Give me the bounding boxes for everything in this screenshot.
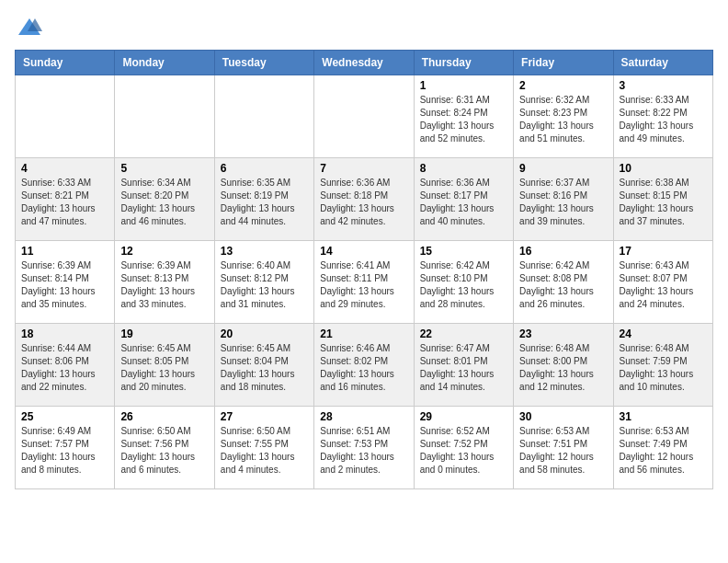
logo-icon xyxy=(17,15,42,40)
header-day-tuesday: Tuesday xyxy=(214,51,313,75)
day-number: 13 xyxy=(221,245,308,258)
day-info: Sunrise: 6:33 AM Sunset: 8:22 PM Dayligh… xyxy=(620,94,707,145)
calendar-cell: 1Sunrise: 6:31 AM Sunset: 8:24 PM Daylig… xyxy=(414,75,513,158)
calendar-cell: 5Sunrise: 6:34 AM Sunset: 8:20 PM Daylig… xyxy=(115,158,214,241)
day-info: Sunrise: 6:53 AM Sunset: 7:49 PM Dayligh… xyxy=(620,425,707,477)
calendar-cell: 30Sunrise: 6:53 AM Sunset: 7:51 PM Dayli… xyxy=(514,407,613,489)
day-number: 27 xyxy=(221,410,308,423)
day-number: 30 xyxy=(519,410,607,423)
day-number: 15 xyxy=(420,245,507,258)
calendar-cell: 28Sunrise: 6:51 AM Sunset: 7:53 PM Dayli… xyxy=(314,407,414,489)
day-number: 7 xyxy=(320,162,407,175)
day-number: 4 xyxy=(21,162,108,175)
day-info: Sunrise: 6:42 AM Sunset: 8:08 PM Dayligh… xyxy=(519,259,607,311)
day-info: Sunrise: 6:39 AM Sunset: 8:14 PM Dayligh… xyxy=(21,259,108,311)
logo xyxy=(15,15,42,40)
day-info: Sunrise: 6:35 AM Sunset: 8:19 PM Dayligh… xyxy=(221,177,308,228)
day-info: Sunrise: 6:43 AM Sunset: 8:07 PM Dayligh… xyxy=(620,259,707,311)
day-info: Sunrise: 6:44 AM Sunset: 8:06 PM Dayligh… xyxy=(21,342,108,394)
day-info: Sunrise: 6:53 AM Sunset: 7:51 PM Dayligh… xyxy=(519,425,607,477)
calendar-cell: 17Sunrise: 6:43 AM Sunset: 8:07 PM Dayli… xyxy=(613,241,712,324)
calendar-cell: 2Sunrise: 6:32 AM Sunset: 8:23 PM Daylig… xyxy=(514,75,613,158)
calendar-cell: 7Sunrise: 6:36 AM Sunset: 8:18 PM Daylig… xyxy=(314,158,414,241)
day-number: 26 xyxy=(120,410,208,423)
calendar-cell: 12Sunrise: 6:39 AM Sunset: 8:13 PM Dayli… xyxy=(115,241,214,324)
day-info: Sunrise: 6:34 AM Sunset: 8:20 PM Dayligh… xyxy=(120,177,208,228)
day-number: 23 xyxy=(519,327,607,340)
day-number: 28 xyxy=(320,410,407,423)
day-number: 9 xyxy=(519,162,607,175)
calendar-table: SundayMondayTuesdayWednesdayThursdayFrid… xyxy=(15,50,713,489)
day-number: 25 xyxy=(21,410,108,423)
day-info: Sunrise: 6:31 AM Sunset: 8:24 PM Dayligh… xyxy=(420,94,507,145)
calendar-cell: 20Sunrise: 6:45 AM Sunset: 8:04 PM Dayli… xyxy=(214,324,313,407)
header-day-monday: Monday xyxy=(115,51,214,75)
calendar-cell: 6Sunrise: 6:35 AM Sunset: 8:19 PM Daylig… xyxy=(214,158,313,241)
day-number: 19 xyxy=(120,327,208,340)
day-info: Sunrise: 6:45 AM Sunset: 8:04 PM Dayligh… xyxy=(221,342,308,394)
day-number: 24 xyxy=(620,327,707,340)
day-number: 17 xyxy=(620,245,707,258)
day-number: 10 xyxy=(620,162,707,175)
day-number: 11 xyxy=(21,245,108,258)
calendar-cell: 13Sunrise: 6:40 AM Sunset: 8:12 PM Dayli… xyxy=(214,241,313,324)
calendar-cell: 18Sunrise: 6:44 AM Sunset: 8:06 PM Dayli… xyxy=(16,324,115,407)
day-number: 6 xyxy=(221,162,308,175)
day-info: Sunrise: 6:40 AM Sunset: 8:12 PM Dayligh… xyxy=(221,259,308,311)
day-info: Sunrise: 6:52 AM Sunset: 7:52 PM Dayligh… xyxy=(420,425,507,477)
week-row-3: 11Sunrise: 6:39 AM Sunset: 8:14 PM Dayli… xyxy=(16,241,713,324)
calendar-cell: 11Sunrise: 6:39 AM Sunset: 8:14 PM Dayli… xyxy=(16,241,115,324)
day-info: Sunrise: 6:42 AM Sunset: 8:10 PM Dayligh… xyxy=(420,259,507,311)
day-number: 3 xyxy=(620,79,707,92)
header-day-wednesday: Wednesday xyxy=(314,51,414,75)
calendar-cell: 25Sunrise: 6:49 AM Sunset: 7:57 PM Dayli… xyxy=(16,407,115,489)
day-info: Sunrise: 6:38 AM Sunset: 8:15 PM Dayligh… xyxy=(620,177,707,228)
calendar-cell xyxy=(16,75,115,158)
calendar-cell xyxy=(115,75,214,158)
day-info: Sunrise: 6:51 AM Sunset: 7:53 PM Dayligh… xyxy=(320,425,407,477)
calendar-cell: 16Sunrise: 6:42 AM Sunset: 8:08 PM Dayli… xyxy=(514,241,613,324)
day-number: 22 xyxy=(420,327,507,340)
day-info: Sunrise: 6:41 AM Sunset: 8:11 PM Dayligh… xyxy=(320,259,407,311)
day-info: Sunrise: 6:37 AM Sunset: 8:16 PM Dayligh… xyxy=(519,177,607,228)
calendar-cell: 15Sunrise: 6:42 AM Sunset: 8:10 PM Dayli… xyxy=(414,241,513,324)
calendar-cell: 19Sunrise: 6:45 AM Sunset: 8:05 PM Dayli… xyxy=(115,324,214,407)
day-info: Sunrise: 6:48 AM Sunset: 8:00 PM Dayligh… xyxy=(519,342,607,394)
week-row-5: 25Sunrise: 6:49 AM Sunset: 7:57 PM Dayli… xyxy=(16,407,713,489)
day-number: 14 xyxy=(320,245,407,258)
calendar-cell: 29Sunrise: 6:52 AM Sunset: 7:52 PM Dayli… xyxy=(414,407,513,489)
calendar-cell: 3Sunrise: 6:33 AM Sunset: 8:22 PM Daylig… xyxy=(613,75,712,158)
day-number: 8 xyxy=(420,162,507,175)
calendar-cell: 27Sunrise: 6:50 AM Sunset: 7:55 PM Dayli… xyxy=(214,407,313,489)
day-number: 16 xyxy=(519,245,607,258)
week-row-1: 1Sunrise: 6:31 AM Sunset: 8:24 PM Daylig… xyxy=(16,75,713,158)
day-number: 31 xyxy=(620,410,707,423)
day-info: Sunrise: 6:39 AM Sunset: 8:13 PM Dayligh… xyxy=(120,259,208,311)
calendar-cell: 24Sunrise: 6:48 AM Sunset: 7:59 PM Dayli… xyxy=(613,324,712,407)
header-day-thursday: Thursday xyxy=(414,51,513,75)
day-info: Sunrise: 6:46 AM Sunset: 8:02 PM Dayligh… xyxy=(320,342,407,394)
day-info: Sunrise: 6:32 AM Sunset: 8:23 PM Dayligh… xyxy=(519,94,607,145)
week-row-2: 4Sunrise: 6:33 AM Sunset: 8:21 PM Daylig… xyxy=(16,158,713,241)
calendar-cell: 9Sunrise: 6:37 AM Sunset: 8:16 PM Daylig… xyxy=(514,158,613,241)
calendar-cell xyxy=(214,75,313,158)
calendar-cell: 10Sunrise: 6:38 AM Sunset: 8:15 PM Dayli… xyxy=(613,158,712,241)
calendar-cell: 23Sunrise: 6:48 AM Sunset: 8:00 PM Dayli… xyxy=(514,324,613,407)
header-day-sunday: Sunday xyxy=(16,51,115,75)
day-info: Sunrise: 6:36 AM Sunset: 8:18 PM Dayligh… xyxy=(320,177,407,228)
day-info: Sunrise: 6:49 AM Sunset: 7:57 PM Dayligh… xyxy=(21,425,108,477)
calendar-cell: 21Sunrise: 6:46 AM Sunset: 8:02 PM Dayli… xyxy=(314,324,414,407)
day-number: 5 xyxy=(120,162,208,175)
calendar-cell: 22Sunrise: 6:47 AM Sunset: 8:01 PM Dayli… xyxy=(414,324,513,407)
day-number: 2 xyxy=(519,79,607,92)
day-info: Sunrise: 6:50 AM Sunset: 7:55 PM Dayligh… xyxy=(221,425,308,477)
day-info: Sunrise: 6:50 AM Sunset: 7:56 PM Dayligh… xyxy=(120,425,208,477)
week-row-4: 18Sunrise: 6:44 AM Sunset: 8:06 PM Dayli… xyxy=(16,324,713,407)
calendar-cell: 26Sunrise: 6:50 AM Sunset: 7:56 PM Dayli… xyxy=(115,407,214,489)
calendar-cell: 4Sunrise: 6:33 AM Sunset: 8:21 PM Daylig… xyxy=(16,158,115,241)
day-info: Sunrise: 6:33 AM Sunset: 8:21 PM Dayligh… xyxy=(21,177,108,228)
calendar-cell: 8Sunrise: 6:36 AM Sunset: 8:17 PM Daylig… xyxy=(414,158,513,241)
day-number: 18 xyxy=(21,327,108,340)
day-info: Sunrise: 6:48 AM Sunset: 7:59 PM Dayligh… xyxy=(620,342,707,394)
calendar-cell: 14Sunrise: 6:41 AM Sunset: 8:11 PM Dayli… xyxy=(314,241,414,324)
